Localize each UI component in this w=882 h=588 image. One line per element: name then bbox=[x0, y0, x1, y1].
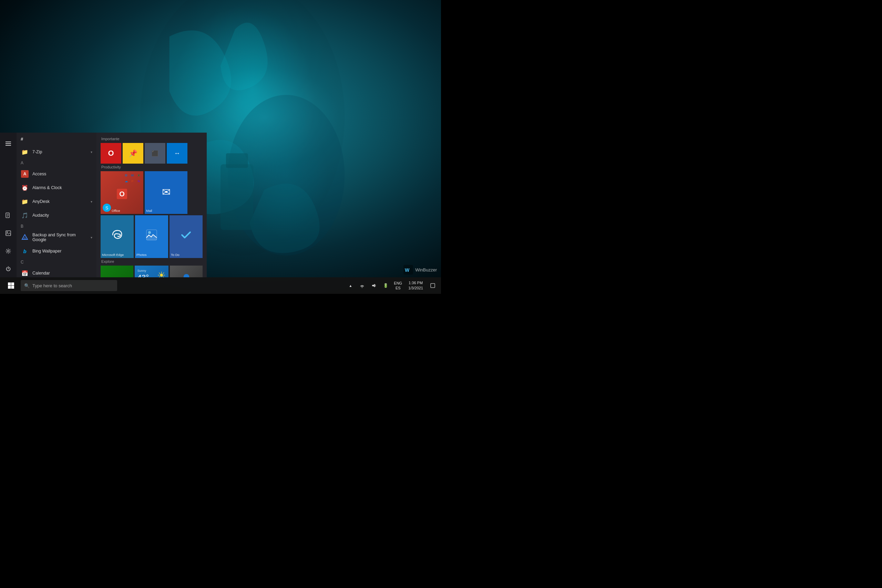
svg-point-19 bbox=[148, 231, 151, 234]
tile-ms-store[interactable]: Microsoft Store bbox=[100, 266, 134, 277]
settings-icon[interactable] bbox=[0, 243, 16, 260]
svg-rect-11 bbox=[6, 231, 10, 236]
app-list-header: # bbox=[16, 133, 96, 145]
svg-rect-27 bbox=[11, 282, 15, 285]
tile-news[interactable]: 👤 News bbox=[170, 266, 202, 277]
opera-icon: O bbox=[108, 149, 114, 158]
winbuzzer-text: WinBuzzer bbox=[415, 267, 437, 273]
anydesk-label: AnyDesk bbox=[32, 199, 87, 204]
tile-office[interactable]: O W X ☁ P N O S Office bbox=[100, 171, 143, 214]
section-letter-c: C bbox=[16, 258, 96, 266]
todo-tile-label: To Do bbox=[171, 253, 201, 256]
volume-icon[interactable] bbox=[368, 277, 380, 294]
access-icon: A bbox=[21, 170, 29, 178]
svg-rect-29 bbox=[11, 286, 15, 289]
section-letter-b: B bbox=[16, 222, 96, 231]
svg-rect-3 bbox=[226, 153, 248, 168]
anydesk-icon: 📁 bbox=[21, 197, 29, 206]
productivity-tiles-row2: Microsoft Edge Photos bbox=[100, 215, 202, 258]
battery-icon[interactable]: 🔋 bbox=[380, 277, 391, 294]
outlook-sub-icon: O bbox=[123, 172, 129, 178]
svg-point-30 bbox=[362, 287, 363, 288]
anydesk-expand-icon: ▾ bbox=[91, 200, 92, 204]
pictures-icon[interactable] bbox=[0, 225, 16, 242]
svg-point-12 bbox=[6, 231, 8, 233]
importante-tiles-row: O 📌 ⬛ ↔ bbox=[100, 143, 202, 164]
tiles-panel: Importante O 📌 ⬛ ↔ Producti bbox=[96, 133, 207, 277]
tile-edge[interactable]: Microsoft Edge bbox=[100, 215, 134, 258]
documents-icon[interactable] bbox=[0, 207, 16, 224]
tile-photos[interactable]: Photos bbox=[135, 215, 168, 258]
svg-point-13 bbox=[8, 250, 9, 252]
edge-tile-label: Microsoft Edge bbox=[102, 253, 132, 256]
mail-icon: ✉ bbox=[162, 186, 171, 198]
svg-marker-31 bbox=[372, 284, 375, 287]
alarms-icon: ⏰ bbox=[21, 184, 29, 192]
tile-mail[interactable]: ✉ Mail bbox=[145, 171, 188, 214]
alarms-label: Alarms & Clock bbox=[32, 185, 92, 190]
tile-vmware[interactable]: ⬛ bbox=[145, 143, 165, 164]
onenote-sub-icon: N bbox=[136, 178, 142, 184]
onedrive-sub-icon: ☁ bbox=[123, 178, 129, 184]
tile-weather[interactable]: Sunny 43° 43° 32° ☀ Madrid bbox=[135, 266, 169, 277]
app-item-backup-sync[interactable]: Backup and Sync from Google ▾ bbox=[16, 231, 96, 244]
search-bar[interactable]: 🔍 Type here to search bbox=[21, 280, 117, 291]
mail-tile-label: Mail bbox=[146, 209, 186, 213]
svg-text:W: W bbox=[405, 267, 410, 273]
7zip-icon: 📁 bbox=[21, 148, 29, 156]
app-item-calendar[interactable]: 📅 Calendar bbox=[16, 266, 96, 277]
audacity-icon: 🎵 bbox=[21, 211, 29, 219]
svg-rect-4 bbox=[6, 142, 11, 142]
notification-button[interactable] bbox=[427, 277, 438, 294]
clock-date: 1/3/2021 bbox=[408, 285, 423, 291]
weather-temp: 43° bbox=[138, 274, 149, 277]
system-clock[interactable]: 1:36 PM 1/3/2021 bbox=[405, 277, 426, 294]
calendar-icon: 📅 bbox=[21, 269, 29, 277]
search-icon: 🔍 bbox=[24, 283, 30, 288]
svg-rect-6 bbox=[6, 145, 11, 146]
start-button[interactable] bbox=[3, 277, 19, 294]
app-item-audacity[interactable]: 🎵 Audacity bbox=[16, 208, 96, 222]
tile-opera[interactable]: O bbox=[100, 143, 121, 164]
taskbar: 🔍 Type here to search ▲ 🔋 ENG ES bbox=[0, 277, 441, 294]
app-item-alarms[interactable]: ⏰ Alarms & Clock bbox=[16, 181, 96, 195]
office-main-icon: O bbox=[115, 187, 129, 204]
app-item-bing-wallpaper[interactable]: b Bing Wallpaper bbox=[16, 244, 96, 258]
app-list-panel: # 📁 7-Zip ▾ A A Access ⏰ Alarms & Clock bbox=[16, 133, 96, 277]
start-sidebar bbox=[0, 133, 16, 277]
language-code: ENG bbox=[394, 281, 402, 285]
app-item-anydesk[interactable]: 📁 AnyDesk ▾ bbox=[16, 195, 96, 208]
svg-rect-5 bbox=[6, 143, 11, 144]
svg-rect-26 bbox=[8, 282, 11, 285]
hamburger-menu-icon[interactable] bbox=[0, 135, 16, 152]
calendar-label: Calendar bbox=[32, 271, 92, 276]
app-item-access[interactable]: A Access bbox=[16, 167, 96, 181]
bing-wallpaper-icon: b bbox=[21, 247, 29, 255]
tile-todo[interactable]: To Do bbox=[170, 215, 202, 258]
ppt-sub-icon: P bbox=[129, 178, 135, 184]
app-item-7zip[interactable]: 📁 7-Zip ▾ bbox=[16, 145, 96, 159]
word-sub-icon: W bbox=[129, 172, 135, 178]
7zip-label: 7-Zip bbox=[32, 150, 87, 154]
language-indicator[interactable]: ENG ES bbox=[392, 277, 404, 294]
productivity-section-label: Productivity bbox=[100, 165, 202, 169]
weather-sun-icon: ☀ bbox=[157, 270, 166, 277]
backup-sync-label: Backup and Sync from Google bbox=[32, 232, 87, 242]
svg-rect-2 bbox=[220, 164, 253, 230]
vmware-icon: ⬛ bbox=[152, 150, 159, 157]
header-char-label: # bbox=[21, 136, 23, 142]
todo-icon bbox=[180, 229, 192, 243]
edge-icon bbox=[111, 229, 123, 243]
start-menu: # 📁 7-Zip ▾ A A Access ⏰ Alarms & Clock bbox=[0, 133, 207, 277]
weather-condition: Sunny bbox=[138, 269, 146, 273]
tile-sticky-notes[interactable]: 📌 bbox=[123, 143, 143, 164]
power-icon[interactable] bbox=[0, 261, 16, 277]
show-hidden-icons-button[interactable]: ▲ bbox=[345, 277, 356, 294]
sticky-notes-icon: 📌 bbox=[129, 149, 138, 158]
tile-teamviewer[interactable]: ↔ bbox=[167, 143, 188, 164]
network-icon[interactable] bbox=[357, 277, 368, 294]
backup-sync-expand-icon: ▾ bbox=[91, 236, 92, 239]
photos-icon bbox=[146, 229, 158, 243]
clock-time: 1:36 PM bbox=[409, 280, 423, 285]
svg-text:O: O bbox=[119, 190, 125, 198]
